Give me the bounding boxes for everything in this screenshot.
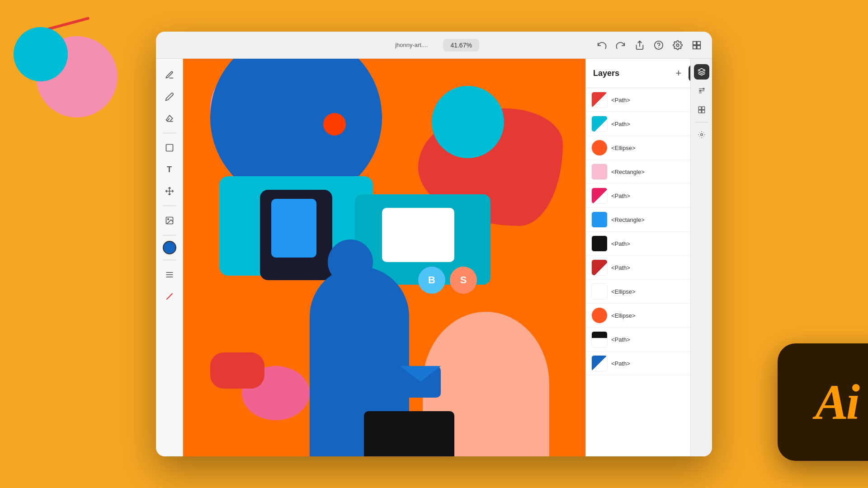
layers-add-button[interactable]: + xyxy=(671,66,686,80)
layer-thumbnail xyxy=(591,92,608,108)
pen-tool-button[interactable] xyxy=(160,66,179,84)
art-red-cushion xyxy=(210,352,264,389)
layer-thumbnail xyxy=(591,164,608,180)
toolbar-divider-3 xyxy=(163,235,176,235)
color-swatch[interactable] xyxy=(163,241,176,254)
svg-marker-16 xyxy=(698,69,705,72)
canvas-area[interactable]: B S xyxy=(183,59,585,456)
redo-button[interactable] xyxy=(614,39,627,52)
svg-point-26 xyxy=(700,134,703,136)
layer-thumbnail xyxy=(591,331,608,347)
svg-point-3 xyxy=(676,44,679,47)
art-dark-bottom xyxy=(364,411,454,456)
badge-s: S xyxy=(450,267,477,294)
layer-name: <Rectangle> xyxy=(611,169,685,175)
layers-panel: Layers + <Path> 🔓 👁 xyxy=(585,59,712,456)
title-bar-actions xyxy=(595,39,703,52)
ai-logo: Ai xyxy=(778,343,868,461)
art-white-rect xyxy=(382,208,454,262)
arrange-button[interactable] xyxy=(690,39,703,52)
layer-name: <Path> xyxy=(611,240,685,247)
transform-panel-tab[interactable] xyxy=(694,127,709,142)
svg-rect-5 xyxy=(697,41,700,44)
layer-name: <Rectangle> xyxy=(611,216,685,223)
layers-title: Layers xyxy=(593,69,671,78)
zoom-indicator[interactable]: 41.67% xyxy=(443,39,479,52)
layer-thumbnail xyxy=(591,307,608,324)
layer-thumbnail xyxy=(591,235,608,252)
layer-thumbnail xyxy=(591,283,608,300)
layer-name: <Path> xyxy=(611,264,685,271)
layer-thumbnail xyxy=(591,259,608,276)
layer-thumbnail xyxy=(591,211,608,228)
toolbar-divider-4 xyxy=(163,260,176,260)
layer-name: <Path> xyxy=(611,192,685,199)
undo-button[interactable] xyxy=(595,39,608,52)
svg-rect-22 xyxy=(698,107,701,109)
layers-panel-tab[interactable] xyxy=(694,64,709,80)
svg-rect-25 xyxy=(698,110,701,113)
badge-b: B xyxy=(418,267,445,294)
art-envelope xyxy=(400,366,441,398)
art-figure-head xyxy=(328,239,373,285)
panel-sidebar xyxy=(690,59,712,456)
transform-tool-button[interactable] xyxy=(160,182,179,200)
svg-rect-6 xyxy=(697,45,700,48)
layer-name: <Path> xyxy=(611,336,685,343)
layer-thumbnail xyxy=(591,140,608,156)
layer-name: <Path> xyxy=(611,360,685,367)
layer-thumbnail xyxy=(591,116,608,132)
layer-name: <Path> xyxy=(611,121,685,127)
art-orange-dot xyxy=(323,113,346,136)
content-area: T xyxy=(156,59,712,456)
ai-logo-text: Ai xyxy=(815,374,858,431)
toolbar-divider-1 xyxy=(163,133,176,133)
pencil-tool-button[interactable] xyxy=(160,88,179,106)
layer-name: <Ellipse> xyxy=(611,145,685,151)
share-button[interactable] xyxy=(633,39,646,52)
app-window: jhonny-art.... 41.67% xyxy=(156,32,712,456)
svg-rect-23 xyxy=(702,107,704,109)
grid-tool-button[interactable] xyxy=(160,266,179,284)
left-toolbar: T xyxy=(156,59,183,456)
panel-divider xyxy=(695,122,708,122)
settings-button[interactable] xyxy=(671,39,684,52)
image-tool-button[interactable] xyxy=(160,211,179,230)
layer-thumbnail xyxy=(591,355,608,371)
document-tab[interactable]: jhonny-art.... xyxy=(389,39,434,51)
properties-panel-tab[interactable] xyxy=(694,83,709,99)
eraser-tool-button[interactable] xyxy=(160,109,179,127)
help-button[interactable] xyxy=(652,39,665,52)
svg-rect-24 xyxy=(702,110,704,113)
layer-name: <Ellipse> xyxy=(611,288,685,295)
layer-name: <Path> xyxy=(611,97,685,103)
art-device-screen xyxy=(271,199,316,258)
slash-tool-button[interactable] xyxy=(160,287,179,305)
shape-tool-button[interactable] xyxy=(160,139,179,157)
art-teal-circle xyxy=(432,86,504,158)
svg-rect-7 xyxy=(693,45,696,48)
svg-point-10 xyxy=(167,219,169,220)
title-bar: jhonny-art.... 41.67% xyxy=(156,32,712,59)
toolbar-divider-2 xyxy=(163,206,176,206)
svg-rect-8 xyxy=(166,145,173,151)
layer-thumbnail xyxy=(591,188,608,204)
svg-rect-4 xyxy=(693,41,696,44)
decorative-circle-teal xyxy=(14,27,68,81)
svg-line-14 xyxy=(166,293,172,299)
assets-panel-tab[interactable] xyxy=(694,102,709,117)
text-tool-button[interactable]: T xyxy=(160,160,179,178)
layer-name: <Ellipse> xyxy=(611,312,685,319)
